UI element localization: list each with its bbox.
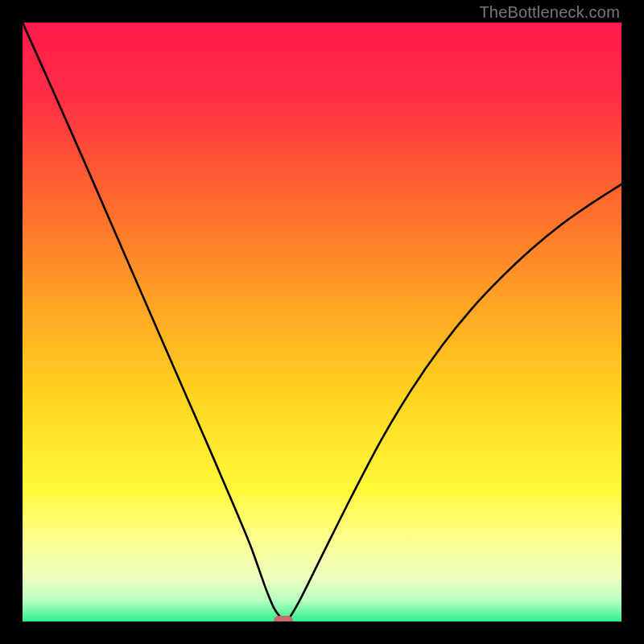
curve-path [23,23,621,621]
chart-frame: TheBottleneck.com [0,0,644,644]
watermark-label: TheBottleneck.com [479,3,620,22]
plot-area [23,23,621,621]
bottleneck-curve [23,23,621,621]
minimum-marker [274,616,293,622]
